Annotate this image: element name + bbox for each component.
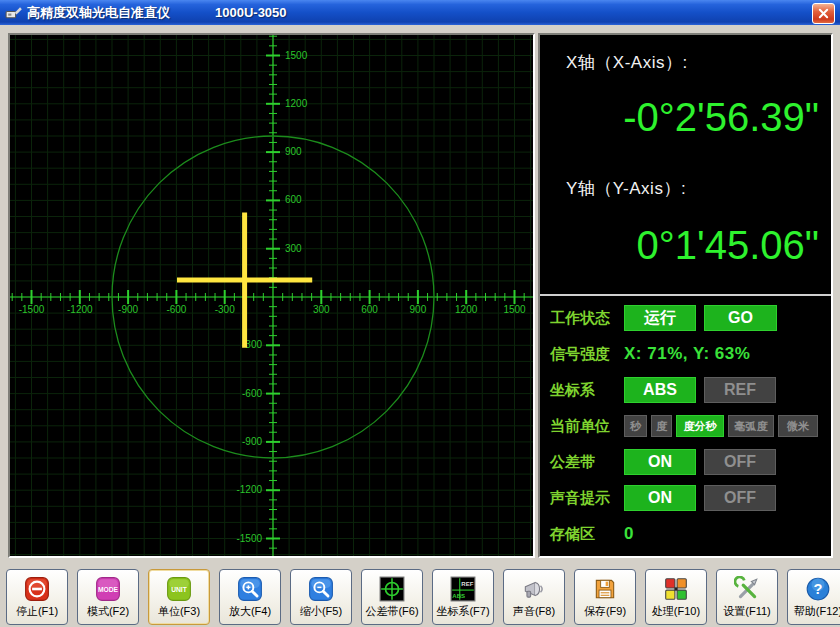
axis-readout: X轴（X-Axis）: -0°2'56.39" Y轴（Y-Axis）: 0°1'… (540, 35, 831, 296)
save-icon (592, 576, 618, 602)
process-icon (663, 576, 689, 602)
status-label: 当前单位 (550, 417, 624, 436)
zoom-in-icon (237, 576, 263, 602)
tolerance-button[interactable]: 公差带(F6) (361, 569, 423, 625)
toolbar-button-label: 模式(F2) (87, 604, 129, 619)
zoom-out-icon (308, 576, 334, 602)
svg-text:MODE: MODE (98, 586, 119, 593)
close-icon (818, 8, 829, 19)
status-row: 存储区0 (540, 516, 831, 552)
status-row: 当前单位秒度度分秒毫弧度微米 (540, 408, 831, 444)
status-option-button[interactable]: 运行 (624, 305, 696, 331)
coordinate-button[interactable]: REFABS坐标系(F7) (432, 569, 494, 625)
model-number: 1000U-3050 (215, 5, 287, 20)
status-row: 工作状态运行GO (540, 300, 831, 336)
readout-panel: X轴（X-Axis）: -0°2'56.39" Y轴（Y-Axis）: 0°1'… (538, 33, 833, 558)
help-button[interactable]: ?帮助(F12) (787, 569, 840, 625)
client-area: -1500-1500-1200-1200-900-900-600-600-300… (0, 25, 840, 627)
y-axis-value: 0°1'45.06" (637, 223, 819, 268)
svg-text:?: ? (814, 581, 823, 597)
svg-text:300: 300 (285, 243, 302, 254)
status-row: 公差带ONOFF (540, 444, 831, 480)
svg-text:600: 600 (361, 304, 378, 315)
coordinate-icon: REFABS (450, 576, 476, 602)
title-bar: 高精度双轴光电自准直仪 1000U-3050 (0, 0, 840, 25)
unit-button[interactable]: UNIT单位(F3) (148, 569, 210, 625)
window-title: 高精度双轴光电自准直仪 (27, 4, 170, 22)
zoom-out-button[interactable]: 缩小(F5) (290, 569, 352, 625)
toolbar-button-label: 保存(F9) (584, 604, 626, 619)
tolerance-icon (379, 576, 405, 602)
svg-text:600: 600 (285, 194, 302, 205)
x-axis-value: -0°2'56.39" (623, 95, 819, 140)
status-option-button[interactable]: OFF (704, 485, 776, 511)
svg-text:900: 900 (285, 146, 302, 157)
svg-text:300: 300 (313, 304, 330, 315)
svg-text:REF: REF (461, 580, 473, 586)
status-option-button[interactable]: ABS (624, 377, 696, 403)
toolbar-button-label: 公差带(F6) (365, 604, 418, 619)
svg-text:1200: 1200 (455, 304, 478, 315)
status-label: 公差带 (550, 453, 624, 472)
status-label: 存储区 (550, 525, 624, 544)
process-button[interactable]: 处理(F10) (645, 569, 707, 625)
plot-panel: -1500-1500-1200-1200-900-900-600-600-300… (8, 33, 535, 558)
status-option-button[interactable]: 微米 (778, 415, 818, 437)
toolbar-button-label: 帮助(F12) (794, 604, 840, 619)
toolbar-button-label: 坐标系(F7) (436, 604, 489, 619)
status-option-button[interactable]: 毫弧度 (728, 415, 774, 437)
status-option-button[interactable]: REF (704, 377, 776, 403)
toolbar-button-label: 停止(F1) (16, 604, 58, 619)
toolbar-button-label: 缩小(F5) (300, 604, 342, 619)
status-row: 声音提示ONOFF (540, 480, 831, 516)
status-option-button[interactable]: 度分秒 (676, 415, 724, 437)
svg-text:-600: -600 (166, 304, 186, 315)
svg-text:-1200: -1200 (236, 484, 262, 495)
help-icon: ? (805, 576, 831, 602)
toolbar-button-label: 放大(F4) (229, 604, 271, 619)
status-value: 0 (624, 524, 634, 544)
svg-text:900: 900 (410, 304, 427, 315)
status-option-button[interactable]: ON (624, 485, 696, 511)
status-value: X: 71%, Y: 63% (624, 344, 750, 364)
svg-text:-1200: -1200 (67, 304, 93, 315)
measurement-plot: -1500-1500-1200-1200-900-900-600-600-300… (10, 35, 533, 556)
status-option-button[interactable]: 度 (651, 415, 672, 437)
svg-text:ABS: ABS (452, 592, 465, 598)
status-label: 声音提示 (550, 489, 624, 508)
status-panel: 工作状态运行GO信号强度X: 71%, Y: 63%坐标系ABSREF当前单位秒… (540, 296, 831, 552)
close-button[interactable] (812, 3, 835, 24)
mode-icon: MODE (95, 576, 121, 602)
sound-icon (521, 576, 547, 602)
status-label: 工作状态 (550, 309, 624, 328)
svg-text:UNIT: UNIT (171, 586, 188, 593)
toolbar-button-label: 处理(F10) (652, 604, 700, 619)
y-axis-label: Y轴（Y-Axis）: (566, 177, 686, 200)
toolbar-button-label: 单位(F3) (158, 604, 200, 619)
sound-button[interactable]: 声音(F8) (503, 569, 565, 625)
status-row: 信号强度X: 71%, Y: 63% (540, 336, 831, 372)
toolbar-button-label: 设置(F11) (723, 604, 770, 619)
x-axis-label: X轴（X-Axis）: (566, 51, 688, 74)
status-label: 信号强度 (550, 345, 624, 364)
zoom-in-button[interactable]: 放大(F4) (219, 569, 281, 625)
svg-text:1500: 1500 (285, 50, 308, 61)
unit-icon: UNIT (166, 576, 192, 602)
mode-button[interactable]: MODE模式(F2) (77, 569, 139, 625)
status-option-button[interactable]: OFF (704, 449, 776, 475)
svg-text:-600: -600 (242, 388, 262, 399)
status-row: 坐标系ABSREF (540, 372, 831, 408)
status-option-button[interactable]: 秒 (624, 415, 647, 437)
settings-icon (734, 576, 760, 602)
svg-text:-1500: -1500 (236, 533, 262, 544)
settings-button[interactable]: 设置(F11) (716, 569, 778, 625)
svg-text:1500: 1500 (503, 304, 526, 315)
svg-text:-1500: -1500 (19, 304, 45, 315)
status-option-button[interactable]: GO (704, 305, 777, 331)
stop-icon (24, 576, 50, 602)
stop-button[interactable]: 停止(F1) (6, 569, 68, 625)
app-icon (5, 4, 22, 21)
save-button[interactable]: 保存(F9) (574, 569, 636, 625)
svg-text:1200: 1200 (285, 98, 308, 109)
status-option-button[interactable]: ON (624, 449, 696, 475)
